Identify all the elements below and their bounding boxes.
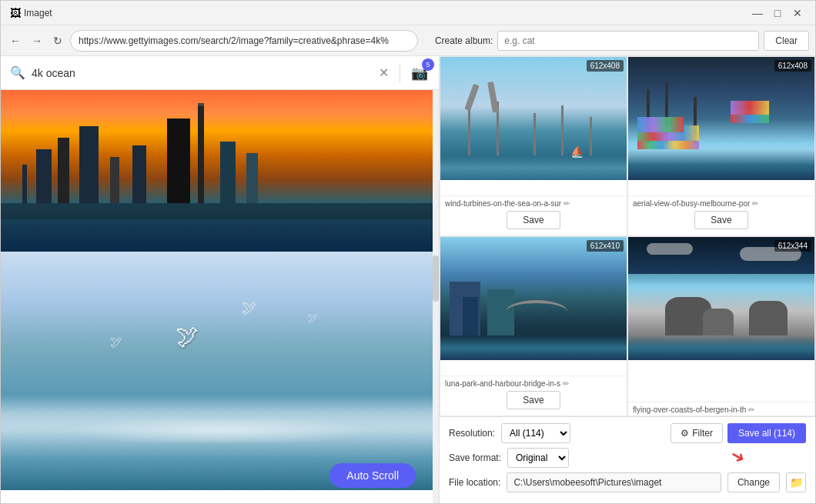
- bottom-controls: Resolution: All (114) ⚙ Filter Save all …: [440, 416, 815, 503]
- image-card-4: 612x344 flying-over-coasts-of-bergen-in-…: [627, 236, 815, 416]
- app-title: Imaget: [24, 8, 749, 18]
- file-label: File location:: [449, 477, 500, 488]
- edit-icon-1: ✏: [564, 199, 570, 208]
- album-input[interactable]: [497, 31, 759, 51]
- left-panel: 🔍 ✕ 📷 5: [1, 56, 440, 503]
- clear-button[interactable]: Clear: [764, 31, 809, 51]
- city-image: [1, 90, 439, 252]
- search-icon: 🔍: [10, 65, 25, 80]
- search-badge: 5: [422, 58, 434, 71]
- resolution-select[interactable]: All (114): [501, 423, 570, 443]
- app-icon: 🖼: [10, 7, 21, 19]
- folder-button[interactable]: 📁: [786, 472, 806, 492]
- card3-badge: 612x410: [587, 240, 624, 252]
- search-input[interactable]: [32, 67, 371, 79]
- card3-info: luna-park-and-harbour-bridge-in-s ✏ Save: [440, 375, 627, 416]
- filter-button[interactable]: ⚙ Filter: [671, 423, 723, 443]
- change-button[interactable]: Change: [727, 472, 780, 492]
- search-clear-button[interactable]: ✕: [377, 64, 390, 82]
- refresh-button[interactable]: ↻: [50, 32, 65, 50]
- maximize-button[interactable]: □: [769, 5, 786, 22]
- right-panel: ⛵ 612x408 wind-turbines-on-the-sea-on-a-…: [440, 56, 815, 503]
- forward-button[interactable]: →: [28, 32, 45, 50]
- card2-badge: 612x408: [774, 60, 811, 72]
- browser-bar: ← → ↻ Create album: Clear: [1, 25, 815, 56]
- card1-name: wind-turbines-on-the-sea-on-a-sur ✏: [445, 199, 622, 208]
- save-all-button[interactable]: Save all (114): [727, 423, 806, 443]
- album-label: Create album:: [435, 35, 493, 46]
- minimize-button[interactable]: —: [749, 5, 766, 22]
- turbine-scene: ⛵: [440, 57, 627, 180]
- edit-icon-4: ✏: [748, 406, 754, 414]
- card1-badge: 612x408: [587, 60, 624, 72]
- images-container[interactable]: 🕊 🕊 🕊 🕊 Auto Scroll: [1, 90, 439, 503]
- file-path-input[interactable]: [507, 472, 721, 492]
- auto-scroll-button[interactable]: Auto Scroll: [329, 463, 416, 488]
- scroll-thumb[interactable]: [433, 255, 439, 302]
- filter-label: Filter: [692, 428, 713, 439]
- format-select[interactable]: Original: [507, 448, 569, 468]
- image-card-2: 612x408 aerial-view-of-busy-melbourne-po…: [627, 56, 815, 236]
- image-grid: ⛵ 612x408 wind-turbines-on-the-sea-on-a-…: [440, 56, 815, 416]
- edit-icon-2: ✏: [752, 199, 758, 208]
- search-bar: 🔍 ✕ 📷 5: [1, 56, 439, 90]
- card2-save-button[interactable]: Save: [694, 211, 747, 229]
- image-search-button[interactable]: 📷 5: [410, 63, 430, 83]
- sydney-scene: [440, 237, 627, 360]
- close-button[interactable]: ✕: [789, 5, 806, 22]
- image-card-2-img: 612x408: [628, 57, 814, 195]
- back-button[interactable]: ←: [7, 32, 24, 50]
- title-bar: 🖼 Imaget — □ ✕: [1, 1, 815, 25]
- format-label: Save format:: [449, 452, 501, 463]
- folder-icon: 📁: [790, 476, 803, 489]
- image-card-3: 612x410 luna-park-and-harbour-bridge-in-…: [440, 236, 627, 416]
- divider: [400, 64, 400, 82]
- card2-info: aerial-view-of-busy-melbourne-por ✏ Save: [628, 195, 814, 235]
- window-controls: — □ ✕: [749, 5, 806, 22]
- card4-badge: 612x344: [774, 240, 811, 252]
- card4-info: flying-over-coasts-of-bergen-in-th ✏: [628, 402, 814, 416]
- port-scene: [628, 57, 814, 180]
- edit-icon-3: ✏: [563, 379, 569, 388]
- scroll-track[interactable]: [433, 90, 439, 503]
- card4-name: flying-over-coasts-of-bergen-in-th ✏: [633, 406, 810, 414]
- card1-save-button[interactable]: Save: [507, 211, 560, 229]
- card2-name: aerial-view-of-busy-melbourne-por ✏: [633, 199, 810, 208]
- bird-image: 🕊 🕊 🕊 🕊: [1, 252, 439, 490]
- resolution-row: Resolution: All (114) ⚙ Filter Save all …: [449, 423, 806, 443]
- image-card-3-img: 612x410: [440, 237, 627, 375]
- image-card-1: ⛵ 612x408 wind-turbines-on-the-sea-on-a-…: [440, 56, 627, 236]
- card3-name: luna-park-and-harbour-bridge-in-s ✏: [445, 379, 622, 388]
- image-card-1-img: ⛵ 612x408: [440, 57, 627, 195]
- image-card-4-img: 612x344: [628, 237, 814, 402]
- filter-icon: ⚙: [681, 428, 689, 439]
- file-row: File location: Change 📁: [449, 472, 806, 492]
- resolution-label: Resolution:: [449, 428, 495, 439]
- main-content: 🔍 ✕ 📷 5: [1, 56, 815, 503]
- right-panel-inner: ⛵ 612x408 wind-turbines-on-the-sea-on-a-…: [440, 56, 815, 503]
- bergen-scene: [628, 237, 814, 360]
- card3-save-button[interactable]: Save: [507, 391, 560, 409]
- address-bar[interactable]: [70, 30, 418, 52]
- format-row: Save format: Original: [449, 448, 806, 468]
- card1-info: wind-turbines-on-the-sea-on-a-sur ✏ Save: [440, 195, 627, 235]
